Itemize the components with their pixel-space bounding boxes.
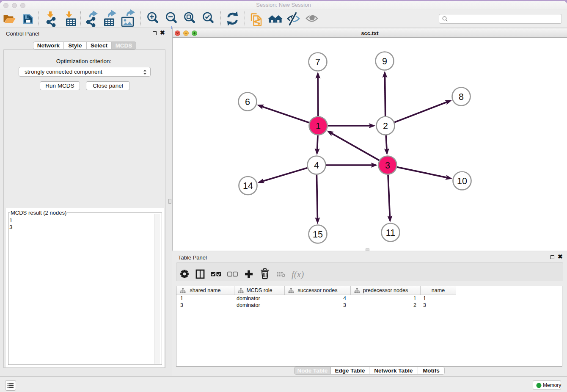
- svg-text:7: 7: [315, 57, 320, 67]
- svg-text:14: 14: [243, 181, 253, 191]
- svg-text:4: 4: [314, 160, 319, 171]
- svg-text:15: 15: [313, 229, 323, 240]
- svg-text:3: 3: [385, 160, 390, 171]
- svg-text:6: 6: [245, 97, 250, 107]
- svg-text:9: 9: [382, 56, 387, 66]
- svg-text:10: 10: [457, 176, 467, 186]
- svg-text:8: 8: [459, 92, 464, 102]
- svg-text:1: 1: [316, 121, 321, 131]
- svg-text:f(x): f(x): [292, 269, 304, 279]
- svg-text:2: 2: [383, 121, 388, 131]
- svg-text:11: 11: [386, 228, 395, 238]
